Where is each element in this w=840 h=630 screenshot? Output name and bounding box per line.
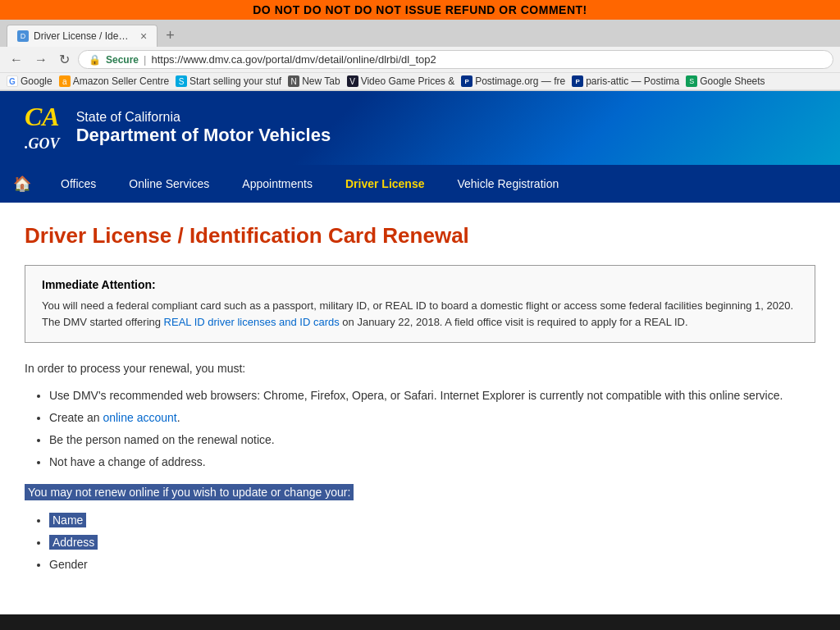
paris-icon: P [572, 75, 583, 87]
dmv-title-block: State of California Department of Motor … [76, 110, 331, 146]
bookmark-postimage[interactable]: P Postimage.org — fre [461, 75, 565, 87]
requirement-browsers: Use DMV's recommended web browsers: Chro… [49, 387, 815, 404]
refresh-button[interactable]: ↻ [56, 50, 73, 69]
ca-text: CA [25, 102, 60, 131]
attention-title: Immediate Attention: [42, 278, 798, 291]
tab-bar: D Driver License / Identifica × + [0, 20, 840, 47]
active-tab[interactable]: D Driver License / Identifica × [7, 25, 158, 47]
requirement-address: Not have a change of address. [49, 454, 815, 471]
gov-text: .GOV [25, 135, 60, 152]
attention-box: Immediate Attention: You will need a fed… [25, 265, 815, 343]
bookmark-google-label: Google [21, 75, 52, 87]
name-highlighted: Name [49, 513, 86, 527]
bookmark-selling-label: Start selling your stuf [189, 75, 281, 87]
videogames-icon: V [347, 75, 358, 87]
dmv-header: CA .GOV State of California Department o… [0, 91, 840, 165]
cannot-renew-gender: Gender [49, 556, 815, 573]
tab-title: Driver License / Identifica [34, 30, 132, 42]
new-tab-button[interactable]: + [161, 25, 180, 46]
bookmark-videogames-label: Video Game Prices & [361, 75, 455, 87]
page-title: Driver License / Identification Card Ren… [25, 223, 815, 249]
bookmark-paris-label: paris-attic — Postima [586, 75, 679, 87]
requirement-person: Be the person named on the renewal notic… [49, 431, 815, 449]
bookmark-amazon-label: Amazon Seller Centre [73, 75, 169, 87]
selling-icon: S [176, 75, 187, 87]
bookmark-postimage-label: Postimage.org — fre [475, 75, 565, 87]
back-button[interactable]: ← [7, 51, 26, 69]
real-id-link[interactable]: REAL ID driver licenses and ID cards [164, 316, 340, 328]
navigation-bar: ← → ↻ 🔒 Secure | https://www.dmv.ca.gov/… [0, 47, 840, 73]
state-name: State of California [76, 110, 331, 125]
bookmarks-bar: G Google a Amazon Seller Centre S Start … [0, 73, 840, 90]
dmv-website: CA .GOV State of California Department o… [0, 91, 840, 614]
highlighted-warning-text: You may not renew online if you wish to … [25, 484, 354, 500]
address-bar[interactable]: 🔒 Secure | https://www.dmv.ca.gov/portal… [78, 50, 833, 69]
tab-favicon: D [17, 30, 29, 42]
cannot-renew-name: Name [49, 512, 815, 529]
nav-online-services[interactable]: Online Services [112, 165, 226, 203]
bookmark-paris[interactable]: P paris-attic — Postima [572, 75, 679, 87]
bookmark-videogames[interactable]: V Video Game Prices & [347, 75, 455, 87]
bookmark-selling[interactable]: S Start selling your stuf [176, 75, 281, 87]
requirement-account: Create an online account. [49, 409, 815, 427]
department-name: Department of Motor Vehicles [76, 125, 331, 146]
warning-bar: DO NOT DO NOT DO NOT ISSUE REFUND OR COM… [0, 0, 840, 20]
browser-chrome: D Driver License / Identifica × + ← → ↻ … [0, 20, 840, 91]
google-icon: G [7, 75, 18, 87]
bookmark-amazon[interactable]: a Amazon Seller Centre [59, 75, 169, 87]
attention-text-after: on January 22, 2018. A field office visi… [340, 316, 688, 328]
ca-gov-logo: CA .GOV [25, 103, 60, 153]
cannot-renew-address: Address [49, 534, 815, 551]
nav-driver-license[interactable]: Driver License [329, 165, 441, 203]
forward-button[interactable]: → [31, 51, 51, 69]
bookmark-newtab[interactable]: N New Tab [288, 75, 340, 87]
nav-home-button[interactable]: 🏠 [0, 165, 44, 203]
nav-offices[interactable]: Offices [44, 165, 112, 203]
url-display: https://www.dmv.ca.gov/portal/dmv/detail… [151, 53, 436, 66]
attention-text: You will need a federal compliant card s… [42, 298, 798, 330]
bookmark-sheets-label: Google Sheets [700, 75, 765, 87]
bookmark-newtab-label: New Tab [302, 75, 340, 87]
sheets-icon: S [686, 75, 697, 87]
bookmark-google[interactable]: G Google [7, 75, 52, 87]
cannot-renew-list: Name Address Gender [25, 512, 815, 573]
gender-text: Gender [49, 558, 88, 571]
dmv-navigation: 🏠 Offices Online Services Appointments D… [0, 165, 840, 203]
tab-close-button[interactable]: × [140, 30, 147, 43]
bookmark-sheets[interactable]: S Google Sheets [686, 75, 765, 87]
address-highlighted: Address [49, 535, 98, 550]
newtab-icon: N [288, 75, 299, 87]
process-intro: In order to process your renewal, you mu… [25, 359, 815, 377]
cannot-renew-warning: You may not renew online if you wish to … [25, 483, 815, 501]
postimage-icon: P [461, 75, 472, 87]
nav-appointments[interactable]: Appointments [226, 165, 329, 203]
secure-label: Secure [106, 54, 139, 66]
dmv-main-content: Driver License / Identification Card Ren… [0, 203, 840, 606]
address-separator: | [144, 53, 146, 66]
requirements-list: Use DMV's recommended web browsers: Chro… [25, 387, 815, 471]
secure-lock-icon: 🔒 [89, 54, 101, 66]
amazon-icon: a [59, 75, 71, 87]
nav-vehicle-registration[interactable]: Vehicle Registration [441, 165, 575, 203]
online-account-link[interactable]: online account [103, 411, 176, 424]
